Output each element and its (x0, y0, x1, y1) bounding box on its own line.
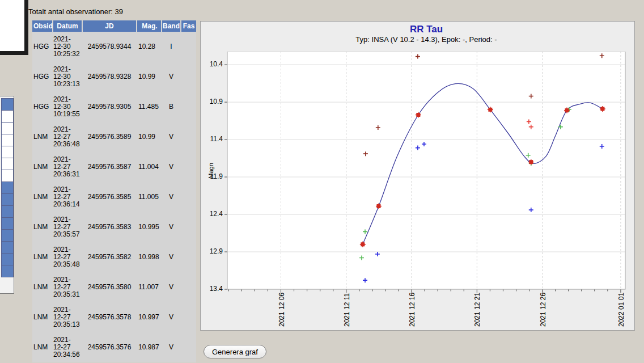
cell-datum: 2021-12-2720:36:31 (53, 152, 82, 182)
cell-jd: 2459578.9328 (83, 62, 136, 92)
cell-jd: 2459576.3585 (83, 182, 136, 212)
cell-datum: 2021-12-2720:35:13 (53, 302, 82, 332)
cell-band: V (162, 152, 180, 182)
cell-jd: 2459578.9305 (83, 92, 136, 122)
cell-jd: 2459576.3583 (83, 212, 136, 242)
cell-band: V (162, 122, 180, 152)
table-row: LNM2021-12-2720:34:562459576.357610.987V (32, 332, 196, 362)
cell-obsid: LNM (32, 242, 52, 272)
cell-mag: 10.28 (137, 32, 161, 62)
cell-fas (181, 62, 196, 92)
table-row: HGG2021-12-3010:23:132459578.932810.99V (32, 62, 196, 92)
table-row: LNM2021-12-2720:35:132459576.357810.997V (32, 302, 196, 332)
cell-fas (181, 122, 196, 152)
mini-panel-cell[interactable] (1, 98, 14, 111)
cell-mag: 10.99 (137, 122, 161, 152)
y-tick-label: 12.9 (204, 247, 223, 255)
cell-mag: 11.485 (137, 92, 161, 122)
column-header-obsid: Obsid (32, 20, 52, 32)
y-tick-label: 11.9 (204, 172, 223, 180)
table-row: HGG2021-12-3010:25:322459578.934410.28I (32, 32, 196, 62)
x-tick-label: 2021 12 26 (539, 293, 547, 327)
cell-obsid: LNM (32, 122, 52, 152)
cell-fas (181, 32, 196, 62)
cell-obsid: HGG (32, 92, 52, 122)
mini-panel-cell[interactable] (1, 205, 14, 218)
column-header-jd: JD (83, 20, 136, 32)
cell-obsid: HGG (32, 62, 52, 92)
mini-panel-cell[interactable] (1, 170, 14, 182)
cell-jd: 2459576.3580 (83, 272, 136, 302)
cell-obsid: LNM (32, 332, 52, 362)
chart-title: RR Tau (218, 24, 635, 35)
cell-mag: 11.007 (137, 272, 161, 302)
x-tick-label: 2022 01 01 (617, 293, 625, 327)
y-tick-label: 12.4 (204, 210, 223, 218)
cell-band: V (162, 242, 180, 272)
cell-obsid: LNM (32, 302, 52, 332)
lightcurve-chart-panel: RR Tau Typ: INSA (V 10.2 - 14.3), Epok: … (200, 21, 635, 331)
mini-panel-cell[interactable] (1, 146, 14, 158)
x-tick-label: 2021 12 06 (278, 293, 286, 327)
y-tick-label: 13.4 (204, 285, 223, 293)
mini-panel-cell[interactable] (1, 193, 14, 206)
cell-mag: 10.99 (137, 62, 161, 92)
cell-mag: 11.004 (137, 152, 161, 182)
cell-obsid: LNM (32, 152, 52, 182)
x-tick-label: 2021 12 21 (473, 293, 481, 327)
cell-jd: 2459576.3578 (83, 302, 136, 332)
generate-graph-button[interactable]: Generera graf (204, 345, 266, 358)
plot-background (227, 52, 625, 289)
overlapping-window-corner (0, 0, 28, 55)
cell-obsid: LNM (32, 182, 52, 212)
mini-panel-cell[interactable] (1, 110, 14, 123)
observations-table-body: HGG2021-12-3010:25:322459578.934410.28IH… (32, 32, 196, 362)
cell-mag: 10.987 (137, 332, 161, 362)
cell-fas (181, 272, 196, 302)
cell-band: I (162, 32, 180, 62)
lightcurve-plot (224, 52, 629, 294)
table-row: LNM2021-12-2720:36:312459576.358711.004V (32, 152, 196, 182)
y-tick-label: 10.4 (204, 60, 223, 68)
mini-panel-cell[interactable] (1, 229, 14, 242)
mini-panel-cell[interactable] (1, 158, 14, 170)
observations-table-header: ObsidDatumJDMag.BandFas (32, 20, 196, 32)
cell-datum: 2021-12-3010:19:55 (53, 92, 82, 122)
x-tick-label: 2021 12 11 (343, 293, 351, 327)
cell-fas (181, 182, 196, 212)
table-row: LNM2021-12-2720:36:142459576.358511.005V (32, 182, 196, 212)
mini-panel-cell[interactable] (1, 134, 14, 146)
table-row: LNM2021-12-2720:35:482459576.358210.998V (32, 242, 196, 272)
mini-panel-cell[interactable] (1, 265, 14, 277)
column-header-band: Band (162, 20, 180, 32)
mini-panel-cell[interactable] (1, 122, 14, 134)
cell-jd: 2459576.3587 (83, 152, 136, 182)
cell-band: V (162, 302, 180, 332)
cell-obsid: HGG (32, 32, 52, 62)
mini-panel-cell[interactable] (1, 241, 14, 254)
mini-panel-cell[interactable] (1, 182, 14, 194)
chart-subtitle: Typ: INSA (V 10.2 - 14.3), Epok: -, Peri… (218, 35, 635, 44)
cell-mag: 10.998 (137, 242, 161, 272)
table-row: LNM2021-12-2720:35:572459576.358310.995V (32, 212, 196, 242)
column-header-datum: Datum (53, 20, 82, 32)
cell-band: V (162, 272, 180, 302)
observations-count-label: Totalt antal observationer: 39 (28, 7, 123, 16)
mini-panel-cell[interactable] (1, 253, 14, 265)
cell-jd: 2459576.3576 (83, 332, 136, 362)
cell-obsid: LNM (32, 272, 52, 302)
cell-mag: 10.997 (137, 302, 161, 332)
truncated-selection-panel[interactable] (0, 96, 14, 294)
mini-panel-cell[interactable] (1, 217, 14, 230)
cell-mag: 11.005 (137, 182, 161, 212)
cell-datum: 2021-12-2720:34:56 (53, 332, 82, 362)
cell-datum: 2021-12-2720:36:48 (53, 122, 82, 152)
cell-fas (181, 92, 196, 122)
cell-jd: 2459578.9344 (83, 32, 136, 62)
cell-band: V (162, 212, 180, 242)
cell-datum: 2021-12-2720:35:57 (53, 212, 82, 242)
column-header-fas: Fas (181, 20, 196, 32)
cell-band: B (162, 92, 180, 122)
y-tick-label: 11.4 (204, 135, 223, 143)
cell-fas (181, 302, 196, 332)
